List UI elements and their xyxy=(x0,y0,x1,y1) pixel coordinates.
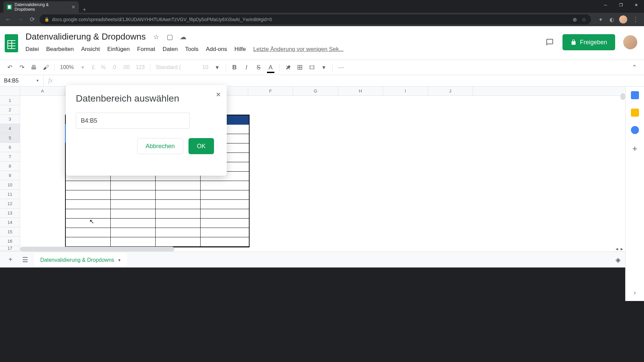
italic-button[interactable]: I xyxy=(241,62,252,72)
star-icon[interactable]: ☆ xyxy=(582,16,586,23)
menu-daten[interactable]: Daten xyxy=(159,45,181,54)
row-header[interactable]: 8 xyxy=(0,162,20,171)
text-color-button[interactable]: A xyxy=(266,62,276,72)
account-avatar[interactable] xyxy=(623,35,637,49)
browser-menu-icon[interactable]: ⋮ xyxy=(631,16,641,23)
strike-button[interactable]: S xyxy=(254,62,264,72)
menu-bearbeiten[interactable]: Bearbeiten xyxy=(43,45,77,54)
font-size[interactable]: 10 xyxy=(200,64,210,70)
font-select[interactable]: Standard ( xyxy=(154,64,183,70)
row-header[interactable]: 15 xyxy=(0,227,20,237)
range-input[interactable] xyxy=(76,113,190,129)
horizontal-scrollbar[interactable] xyxy=(20,247,174,251)
tasks-icon[interactable] xyxy=(631,126,639,134)
format-more-button[interactable]: 123 xyxy=(134,64,147,70)
spreadsheet-grid[interactable]: 1 2 3 4 5 6 7 8 9 10 11 12 13 14 15 16 1… xyxy=(0,86,644,257)
bold-button[interactable]: B xyxy=(229,62,239,72)
row-header[interactable]: 2 xyxy=(0,105,20,115)
add-addon-button[interactable]: + xyxy=(632,143,637,154)
vertical-scrollbar[interactable] xyxy=(621,93,625,100)
maximize-button[interactable]: ❐ xyxy=(613,0,629,10)
redo-button[interactable]: ↷ xyxy=(17,62,27,72)
name-box-dropdown-icon[interactable]: ▼ xyxy=(36,79,39,82)
explore-button[interactable]: ◈ xyxy=(615,256,621,264)
column-header[interactable]: A xyxy=(20,86,65,96)
menu-einfuegen[interactable]: Einfügen xyxy=(104,45,133,54)
sheet-tab[interactable]: Datenvalidierung & Dropdowns ▼ xyxy=(34,253,127,266)
sheets-logo-icon[interactable] xyxy=(3,32,20,55)
back-button[interactable]: ← xyxy=(3,15,13,24)
row-header[interactable]: 10 xyxy=(0,180,20,190)
row-header[interactable]: 6 xyxy=(0,143,20,152)
forward-button[interactable]: → xyxy=(15,15,25,24)
percent-button[interactable]: % xyxy=(99,64,108,70)
close-window-button[interactable]: ✕ xyxy=(629,0,644,10)
add-sheet-button[interactable]: + xyxy=(5,254,16,265)
new-tab-button[interactable]: + xyxy=(79,7,90,13)
row-header[interactable]: 12 xyxy=(0,199,20,208)
row-header[interactable]: 14 xyxy=(0,218,20,227)
url-field[interactable]: 🔒 docs.google.com/spreadsheets/d/1JKUDAN… xyxy=(40,14,591,24)
currency-button[interactable]: £ xyxy=(90,64,97,70)
extension-item-icon[interactable]: ◐ xyxy=(608,15,616,23)
ok-button[interactable]: OK xyxy=(189,138,214,154)
zoom-dropdown-icon[interactable]: ▾ xyxy=(78,62,88,72)
column-header[interactable]: G xyxy=(293,86,338,96)
menu-tools[interactable]: Tools xyxy=(182,45,202,54)
undo-button[interactable]: ↶ xyxy=(5,62,15,72)
menu-format[interactable]: Format xyxy=(134,45,159,54)
cancel-button[interactable]: Abbrechen xyxy=(137,138,183,154)
zoom-icon[interactable]: ⊕ xyxy=(573,16,577,23)
row-header[interactable]: 4 xyxy=(0,124,20,133)
borders-button[interactable] xyxy=(295,62,305,72)
merge-button[interactable] xyxy=(307,62,317,72)
zoom-select[interactable]: 100% xyxy=(58,64,76,70)
row-header[interactable]: 11 xyxy=(0,190,20,199)
paint-format-button[interactable]: 🖌 xyxy=(41,62,51,72)
last-edit-link[interactable]: Letzte Änderung vor wenigen Sek... xyxy=(250,45,347,54)
menu-ansicht[interactable]: Ansicht xyxy=(78,45,103,54)
menu-datei[interactable]: Datei xyxy=(22,45,42,54)
side-panel-collapse-icon[interactable]: › xyxy=(634,289,636,296)
merge-dropdown-icon[interactable]: ▾ xyxy=(319,62,329,72)
scroll-arrows[interactable]: ◄ ► xyxy=(615,247,624,251)
more-toolbar-button[interactable]: ⋯ xyxy=(336,62,346,72)
column-header[interactable]: F xyxy=(248,86,293,96)
row-header[interactable]: 9 xyxy=(0,171,20,180)
all-sheets-button[interactable]: ☰ xyxy=(19,254,31,265)
name-box[interactable]: B4:B5 ▼ xyxy=(0,75,44,86)
print-button[interactable]: 🖶 xyxy=(29,62,39,72)
collapse-toolbar-button[interactable]: ⌃ xyxy=(629,62,639,72)
keep-icon[interactable] xyxy=(631,109,639,117)
row-header[interactable]: 1 xyxy=(0,96,20,105)
cloud-status-icon[interactable]: ☁ xyxy=(178,33,188,41)
row-header[interactable]: 17 xyxy=(0,246,20,251)
row-header[interactable]: 3 xyxy=(0,115,20,124)
fill-color-button[interactable] xyxy=(283,62,293,72)
sheet-tab-menu-icon[interactable]: ▼ xyxy=(118,258,121,262)
extensions-icon[interactable]: ✦ xyxy=(596,15,604,23)
decimal-dec-button[interactable]: .0 xyxy=(110,64,118,70)
font-size-dropdown-icon[interactable]: ▾ xyxy=(212,62,222,72)
calendar-icon[interactable] xyxy=(631,91,639,99)
row-header[interactable]: 5 xyxy=(0,133,20,143)
comments-button[interactable] xyxy=(543,36,556,49)
document-title[interactable]: Datenvalidierung & Dropdowns xyxy=(23,31,148,43)
menu-addons[interactable]: Add-ons xyxy=(203,45,230,54)
row-header[interactable]: 13 xyxy=(0,208,20,218)
move-icon[interactable]: ▢ xyxy=(165,33,174,41)
row-header[interactable]: 7 xyxy=(0,152,20,162)
column-header[interactable]: H xyxy=(338,86,383,96)
browser-tab[interactable]: Datenvalidierung & Dropdowns ✕ xyxy=(3,1,79,13)
row-header[interactable]: 16 xyxy=(0,237,20,246)
menu-hilfe[interactable]: Hilfe xyxy=(231,45,249,54)
star-icon[interactable]: ☆ xyxy=(152,33,161,41)
tab-close-icon[interactable]: ✕ xyxy=(71,4,75,10)
column-header[interactable]: J xyxy=(428,86,473,96)
select-all-corner[interactable] xyxy=(0,86,20,96)
reload-button[interactable]: ⟳ xyxy=(28,15,37,24)
profile-avatar[interactable] xyxy=(619,15,627,23)
decimal-inc-button[interactable]: .00 xyxy=(120,64,131,70)
minimize-button[interactable]: ─ xyxy=(598,0,613,10)
dialog-close-button[interactable]: × xyxy=(216,90,221,99)
